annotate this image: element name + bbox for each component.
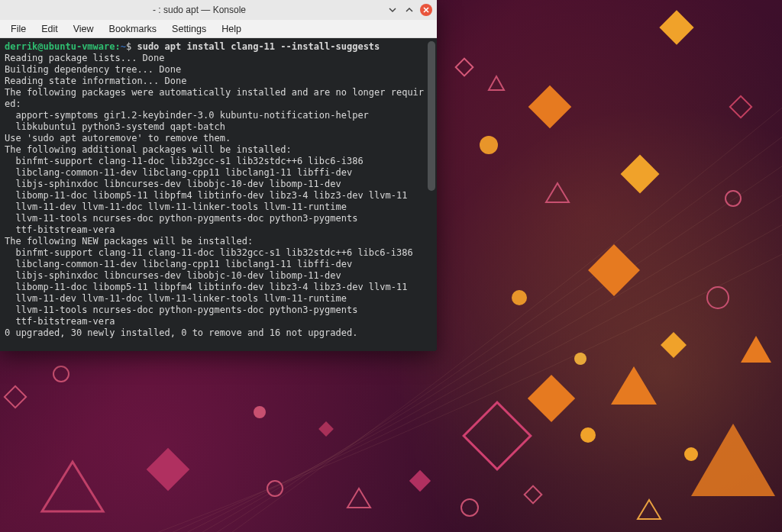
terminal-viewport[interactable]: derrik@ubuntu-vmware:~$ sudo apt install…: [0, 38, 437, 351]
svg-point-14: [574, 353, 586, 365]
svg-marker-22: [42, 462, 103, 511]
prompt-command: sudo apt install clang-11 --install-sugg…: [137, 41, 380, 52]
menu-help[interactable]: Help: [214, 21, 249, 37]
minimize-button[interactable]: [386, 4, 399, 16]
svg-rect-21: [147, 448, 190, 492]
prompt-user-host: derrik@ubuntu-vmware: [5, 41, 115, 52]
menu-bookmarks[interactable]: Bookmarks: [102, 21, 165, 37]
svg-point-7: [725, 191, 741, 206]
svg-rect-1: [456, 59, 473, 76]
svg-rect-16: [528, 375, 575, 422]
svg-marker-10: [489, 76, 504, 90]
svg-rect-8: [588, 244, 640, 296]
menu-view[interactable]: View: [66, 21, 102, 37]
close-button[interactable]: [420, 4, 432, 16]
svg-point-17: [580, 427, 596, 443]
svg-marker-32: [638, 500, 661, 519]
menu-settings[interactable]: Settings: [164, 21, 214, 37]
svg-rect-15: [464, 402, 531, 469]
svg-rect-0: [659, 10, 693, 44]
svg-point-11: [707, 287, 729, 308]
svg-marker-19: [347, 488, 370, 508]
svg-rect-18: [409, 470, 431, 492]
menu-edit[interactable]: Edit: [34, 21, 66, 37]
svg-marker-27: [741, 336, 771, 363]
svg-point-29: [684, 447, 698, 461]
konsole-window: - : sudo apt — Konsole File Edit View Bo…: [0, 0, 437, 351]
window-title: - : sudo apt — Konsole: [12, 5, 386, 15]
svg-rect-2: [528, 85, 572, 129]
prompt-path: ~: [121, 41, 126, 52]
svg-rect-23: [5, 386, 26, 408]
svg-point-24: [53, 366, 69, 382]
svg-rect-30: [525, 486, 542, 504]
svg-marker-6: [546, 183, 569, 202]
maximize-button[interactable]: [403, 4, 415, 16]
svg-rect-12: [661, 332, 687, 358]
terminal-scrollbar[interactable]: [428, 41, 435, 191]
svg-rect-3: [730, 96, 751, 118]
svg-marker-13: [611, 366, 657, 405]
menu-file[interactable]: File: [3, 21, 34, 37]
terminal-content[interactable]: derrik@ubuntu-vmware:~$ sudo apt install…: [0, 38, 437, 342]
terminal-output: Reading package lists... Done Building d…: [5, 53, 424, 338]
prompt-symbol: $: [126, 41, 131, 52]
svg-rect-26: [318, 421, 334, 437]
window-titlebar[interactable]: - : sudo apt — Konsole: [0, 0, 437, 20]
menubar: File Edit View Bookmarks Settings Help: [0, 20, 437, 38]
svg-rect-5: [621, 155, 660, 194]
svg-point-31: [461, 499, 478, 516]
svg-point-4: [480, 136, 498, 154]
svg-marker-28: [691, 424, 775, 496]
svg-point-9: [512, 290, 527, 305]
svg-point-25: [254, 406, 266, 418]
